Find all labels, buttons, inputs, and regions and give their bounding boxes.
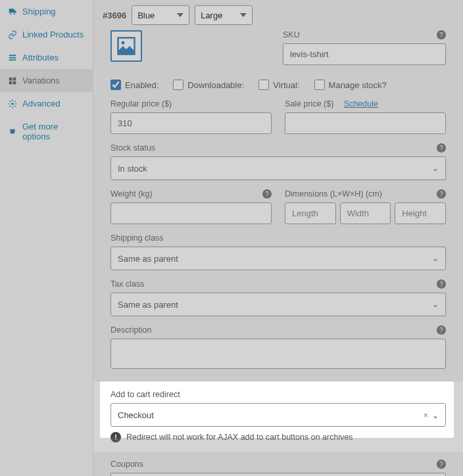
variation-id: #3696 — [103, 11, 126, 20]
sku-label: SKU? — [283, 30, 446, 39]
length-input[interactable] — [285, 202, 336, 224]
tax-class-select[interactable]: Same as parent⌄ — [110, 293, 446, 316]
downloadable-checkbox[interactable]: Downloadable: — [173, 80, 244, 90]
attribute-select-1[interactable]: Blue — [132, 5, 189, 25]
chevron-down-icon: ⌄ — [432, 164, 439, 173]
plugin-icon — [8, 127, 17, 136]
svg-rect-6 — [13, 77, 16, 80]
sidebar-label: Variations — [22, 76, 60, 85]
list-icon — [8, 53, 17, 62]
chevron-down-icon: ⌄ — [432, 300, 439, 309]
help-icon[interactable]: ? — [437, 143, 446, 153]
sidebar-item-shipping[interactable]: Shipping — [0, 0, 93, 23]
height-input[interactable] — [395, 202, 446, 224]
variation-image-thumb[interactable] — [110, 30, 142, 62]
svg-rect-7 — [9, 81, 12, 84]
variation-header: #3696 Blue Large — [93, 0, 463, 30]
svg-point-11 — [122, 41, 125, 45]
coupons-search-input[interactable] — [110, 473, 446, 476]
regular-price-label: Regular price ($) — [110, 99, 272, 108]
svg-point-9 — [11, 103, 14, 105]
sidebar-label: Linked Products — [22, 30, 84, 39]
help-icon[interactable]: ? — [437, 460, 446, 469]
sidebar-item-more[interactable]: Get more options — [0, 115, 93, 148]
help-icon[interactable]: ? — [437, 279, 446, 289]
svg-rect-2 — [9, 55, 16, 56]
description-textarea[interactable] — [110, 339, 446, 369]
shipping-class-label: Shipping class — [110, 233, 446, 243]
sidebar-item-variations[interactable]: Variations — [0, 69, 93, 92]
help-icon[interactable]: ? — [437, 325, 446, 335]
svg-rect-8 — [13, 81, 16, 84]
attribute-select-2[interactable]: Large — [195, 5, 253, 25]
link-icon — [8, 30, 17, 39]
help-icon[interactable]: ? — [437, 30, 446, 39]
svg-point-0 — [10, 12, 11, 14]
highlight-cutout — [100, 381, 454, 438]
sidebar-label: Attributes — [22, 53, 59, 62]
schedule-link[interactable]: Schedule — [344, 99, 378, 108]
stock-status-label: Stock status? — [110, 143, 446, 153]
description-label: Description? — [110, 325, 446, 335]
gear-icon — [8, 99, 17, 108]
shipping-class-select[interactable]: Same as parent⌄ — [110, 247, 446, 270]
weight-label: Weight (kg)? — [110, 189, 272, 199]
regular-price-input[interactable] — [110, 112, 272, 134]
manage-stock-checkbox[interactable]: Manage stock? — [314, 80, 387, 90]
svg-rect-5 — [9, 77, 12, 80]
svg-rect-4 — [9, 59, 16, 60]
virtual-checkbox[interactable]: Virtual: — [258, 80, 299, 90]
sale-price-input[interactable] — [285, 112, 446, 134]
sidebar-item-attributes[interactable]: Attributes — [0, 46, 93, 69]
svg-point-1 — [14, 12, 15, 14]
svg-rect-3 — [9, 57, 16, 58]
sidebar-label: Advanced — [22, 99, 61, 108]
enabled-checkbox[interactable]: Enabled: — [110, 80, 158, 90]
stock-status-select[interactable]: In stock⌄ — [110, 156, 446, 180]
grid-icon — [8, 76, 17, 85]
sale-price-label: Sale price ($) Schedule — [285, 99, 446, 108]
width-input[interactable] — [340, 202, 391, 224]
weight-input[interactable] — [110, 202, 272, 224]
dimensions-label: Dimensions (L×W×H) (cm)? — [285, 189, 446, 199]
help-icon[interactable]: ? — [262, 189, 272, 199]
sidebar-item-advanced[interactable]: Advanced — [0, 92, 93, 115]
sidebar-label: Get more options — [22, 122, 85, 141]
tax-class-label: Tax class? — [110, 279, 446, 289]
sidebar-item-linked[interactable]: Linked Products — [0, 23, 93, 46]
truck-icon — [8, 7, 17, 16]
help-icon[interactable]: ? — [437, 189, 446, 199]
coupons-label: Coupons? — [110, 460, 446, 469]
chevron-down-icon: ⌄ — [432, 254, 439, 263]
sku-input[interactable] — [283, 43, 446, 65]
product-data-sidebar: Shipping Linked Products Attributes Vari… — [0, 0, 93, 476]
sidebar-label: Shipping — [22, 7, 56, 16]
